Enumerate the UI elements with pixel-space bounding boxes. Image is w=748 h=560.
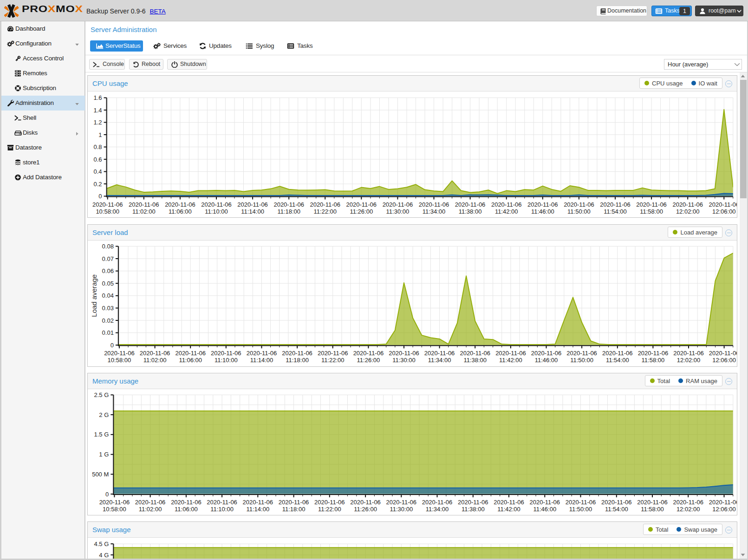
svg-text:1.5 G: 1.5 G [94, 431, 109, 438]
svg-text:1.6: 1.6 [94, 94, 102, 101]
svg-text:11:22:00: 11:22:00 [321, 357, 345, 364]
svg-text:2020-11-06: 2020-11-06 [353, 350, 384, 357]
svg-text:11:46:00: 11:46:00 [531, 208, 554, 215]
svg-text:11:50:00: 11:50:00 [567, 208, 591, 215]
svg-text:0.01: 0.01 [102, 329, 114, 336]
svg-text:2020-11-06: 2020-11-06 [201, 201, 232, 208]
svg-text:2020-11-06: 2020-11-06 [171, 499, 202, 506]
svg-text:2020-11-06: 2020-11-06 [455, 201, 486, 208]
svg-text:0: 0 [111, 342, 114, 349]
svg-text:11:22:00: 11:22:00 [318, 506, 341, 513]
svg-text:11:18:00: 11:18:00 [277, 208, 300, 215]
svg-text:12:06:00: 12:06:00 [712, 357, 736, 364]
svg-text:2020-11-06: 2020-11-06 [527, 201, 558, 208]
svg-text:2020-11-06: 2020-11-06 [211, 350, 241, 357]
svg-text:11:50:00: 11:50:00 [570, 357, 593, 364]
svg-text:2020-11-06: 2020-11-06 [389, 350, 419, 357]
svg-text:11:06:00: 11:06:00 [175, 506, 198, 513]
svg-text:11:38:00: 11:38:00 [463, 357, 487, 364]
svg-text:11:18:00: 11:18:00 [286, 357, 309, 364]
svg-text:11:26:00: 11:26:00 [350, 208, 373, 215]
svg-text:2020-11-06: 2020-11-06 [92, 201, 123, 208]
svg-text:11:34:00: 11:34:00 [428, 357, 451, 364]
svg-text:11:34:00: 11:34:00 [426, 506, 449, 513]
svg-text:2020-11-06: 2020-11-06 [601, 499, 632, 506]
svg-text:2020-11-06: 2020-11-06 [460, 350, 490, 357]
svg-text:2020-11-06: 2020-11-06 [314, 499, 345, 506]
svg-text:2020-11-06: 2020-11-06 [350, 499, 381, 506]
svg-text:10:58:00: 10:58:00 [96, 208, 119, 215]
svg-text:2020-11-06: 2020-11-06 [237, 201, 268, 208]
svg-text:2020-11-06: 2020-11-06 [494, 499, 524, 506]
svg-text:4 G: 4 G [99, 552, 109, 559]
svg-text:2020-11-06: 2020-11-06 [273, 201, 304, 208]
svg-text:0.07: 0.07 [102, 255, 114, 262]
svg-text:12:06:00: 12:06:00 [712, 506, 736, 513]
svg-text:12:02:00: 12:02:00 [676, 506, 700, 513]
svg-text:2020-11-06: 2020-11-06 [346, 201, 377, 208]
svg-text:2020-11-06: 2020-11-06 [165, 201, 195, 208]
svg-text:2020-11-06: 2020-11-06 [566, 350, 597, 357]
svg-text:2020-11-06: 2020-11-06 [247, 350, 277, 357]
svg-text:0.6: 0.6 [94, 156, 102, 163]
svg-text:2020-11-06: 2020-11-06 [310, 201, 340, 208]
svg-text:2020-11-06: 2020-11-06 [386, 499, 417, 506]
svg-text:11:38:00: 11:38:00 [459, 208, 482, 215]
svg-text:0.06: 0.06 [102, 267, 114, 274]
svg-text:11:10:00: 11:10:00 [205, 208, 228, 215]
svg-text:2020-11-06: 2020-11-06 [129, 201, 159, 208]
svg-text:11:26:00: 11:26:00 [354, 506, 377, 513]
svg-text:11:30:00: 11:30:00 [392, 357, 416, 364]
svg-text:11:14:00: 11:14:00 [250, 357, 273, 364]
svg-text:2020-11-06: 2020-11-06 [279, 499, 309, 506]
svg-text:11:10:00: 11:10:00 [215, 357, 238, 364]
svg-text:2020-11-06: 2020-11-06 [99, 499, 130, 506]
svg-text:0.08: 0.08 [102, 243, 114, 250]
svg-text:11:30:00: 11:30:00 [386, 208, 410, 215]
svg-text:2020-11-06: 2020-11-06 [424, 350, 455, 357]
svg-text:12:02:00: 12:02:00 [676, 208, 700, 215]
svg-text:0: 0 [98, 193, 102, 200]
svg-text:0.4: 0.4 [94, 168, 102, 175]
svg-text:2020-11-06: 2020-11-06 [709, 350, 737, 357]
svg-text:11:38:00: 11:38:00 [462, 506, 485, 513]
svg-text:11:50:00: 11:50:00 [569, 506, 592, 513]
svg-text:2020-11-06: 2020-11-06 [207, 499, 237, 506]
svg-text:2020-11-06: 2020-11-06 [709, 201, 737, 208]
svg-text:11:34:00: 11:34:00 [423, 208, 446, 215]
svg-text:2020-11-06: 2020-11-06 [495, 350, 526, 357]
svg-text:11:26:00: 11:26:00 [357, 357, 380, 364]
svg-text:2020-11-06: 2020-11-06 [531, 350, 562, 357]
svg-text:11:46:00: 11:46:00 [535, 357, 558, 364]
svg-text:10:58:00: 10:58:00 [103, 506, 126, 513]
svg-text:11:42:00: 11:42:00 [499, 357, 522, 364]
svg-text:2020-11-06: 2020-11-06 [491, 201, 522, 208]
svg-text:11:42:00: 11:42:00 [495, 208, 518, 215]
svg-text:1: 1 [98, 131, 102, 138]
svg-text:0: 0 [105, 491, 109, 498]
svg-text:2.5 G: 2.5 G [94, 391, 109, 398]
svg-text:2 G: 2 G [99, 411, 109, 418]
svg-text:2020-11-06: 2020-11-06 [673, 499, 703, 506]
svg-text:2020-11-06: 2020-11-06 [140, 350, 170, 357]
svg-text:2020-11-06: 2020-11-06 [672, 201, 703, 208]
svg-text:2020-11-06: 2020-11-06 [135, 499, 166, 506]
svg-text:2020-11-06: 2020-11-06 [419, 201, 449, 208]
svg-text:11:14:00: 11:14:00 [246, 506, 269, 513]
svg-text:2020-11-06: 2020-11-06 [600, 201, 631, 208]
svg-text:11:46:00: 11:46:00 [533, 506, 556, 513]
svg-text:2020-11-06: 2020-11-06 [383, 201, 413, 208]
svg-text:1.4: 1.4 [94, 107, 102, 114]
svg-text:11:54:00: 11:54:00 [605, 506, 628, 513]
svg-text:0.02: 0.02 [102, 317, 114, 324]
svg-text:11:06:00: 11:06:00 [169, 208, 192, 215]
svg-text:2020-11-06: 2020-11-06 [564, 201, 594, 208]
svg-text:2020-11-06: 2020-11-06 [175, 350, 206, 357]
svg-text:11:58:00: 11:58:00 [642, 357, 665, 364]
svg-text:11:14:00: 11:14:00 [241, 208, 264, 215]
svg-text:0.03: 0.03 [102, 305, 114, 312]
svg-text:2020-11-06: 2020-11-06 [602, 350, 633, 357]
svg-text:11:06:00: 11:06:00 [179, 357, 202, 364]
svg-text:2020-11-06: 2020-11-06 [709, 499, 737, 506]
svg-text:2020-11-06: 2020-11-06 [638, 350, 669, 357]
